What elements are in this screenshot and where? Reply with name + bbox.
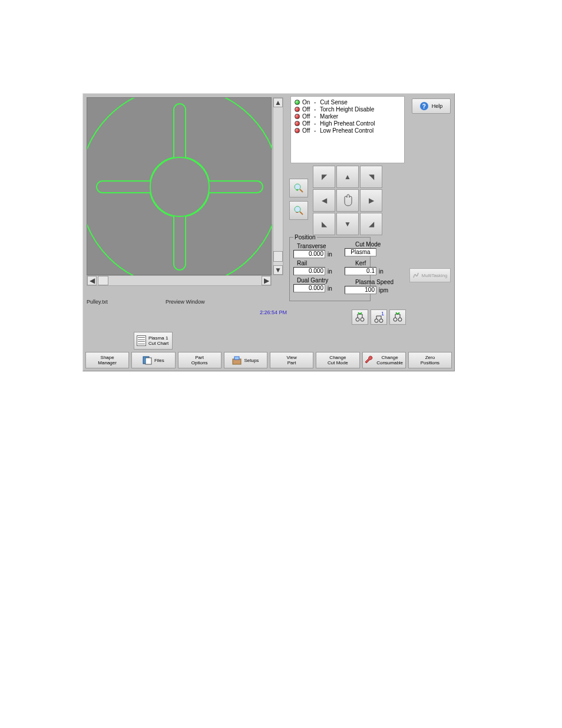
- svg-point-10: [375, 319, 378, 322]
- scroll-down-button[interactable]: ▼: [273, 265, 283, 275]
- torch-next-button[interactable]: [389, 309, 406, 325]
- jog-up-right-button[interactable]: ◥: [360, 166, 382, 188]
- scroll-right-button[interactable]: ▶: [262, 276, 271, 285]
- status-high-preheat: Off - High Preheat Control: [295, 120, 401, 127]
- part-preview-canvas[interactable]: [87, 97, 272, 275]
- status-state: Off: [302, 127, 310, 134]
- cut-settings-column: Cut Mode Plasma Kerf 0.1 in Plasma Speed…: [345, 241, 408, 298]
- view-part-button[interactable]: View Part: [270, 352, 313, 368]
- plasma-speed-label: Plasma Speed: [355, 279, 408, 285]
- unit-label: ipm: [379, 287, 388, 294]
- status-sep: -: [312, 106, 318, 113]
- hand-icon: [341, 194, 354, 207]
- preview-hscroll[interactable]: ◀ ▶: [87, 275, 272, 286]
- bottom-toolbar: Shape Manager Files Part Options Setups …: [85, 352, 452, 368]
- jog-down-right-button[interactable]: ◢: [360, 213, 382, 235]
- part-options-label: Part Options: [191, 355, 208, 365]
- status-label: Marker: [320, 113, 338, 120]
- part-shape: [87, 98, 272, 276]
- dual-gantry-input[interactable]: 0.000: [293, 284, 325, 292]
- change-consumable-button[interactable]: Change Consumable: [362, 352, 406, 368]
- part-options-button[interactable]: Part Options: [178, 352, 222, 368]
- cut-chart-label: Plasma 1 Cut Chart: [148, 335, 168, 346]
- view-part-label: View Part: [287, 355, 297, 365]
- svg-line-6: [300, 212, 303, 215]
- preview-window-label: Preview Window: [166, 299, 205, 305]
- led-red-icon: [295, 107, 300, 112]
- torch-station-row: 1: [352, 309, 406, 325]
- vscroll-thumb[interactable]: [273, 251, 283, 262]
- status-state: Off: [302, 106, 310, 113]
- plasma-cut-chart-button[interactable]: Plasma 1 Cut Chart: [134, 332, 173, 350]
- svg-rect-15: [146, 358, 151, 364]
- zero-positions-button[interactable]: Zero Positions: [408, 352, 452, 368]
- jog-up-left-button[interactable]: ◤: [313, 166, 335, 188]
- multitasking-button[interactable]: MultiTasking: [409, 268, 451, 282]
- led-red-icon: [295, 128, 300, 133]
- jog-up-button[interactable]: ▲: [336, 166, 359, 188]
- help-icon: ?: [420, 102, 428, 110]
- status-sep: -: [312, 113, 318, 120]
- change-cut-mode-button[interactable]: Change Cut Mode: [316, 352, 359, 368]
- scroll-left-button[interactable]: ◀: [87, 276, 97, 285]
- status-label: Torch Height Disable: [320, 106, 374, 113]
- torch-prev-button[interactable]: [352, 309, 368, 325]
- files-label: Files: [154, 358, 164, 363]
- files-button[interactable]: Files: [131, 352, 175, 368]
- io-status-panel: On - Cut Sense Off - Torch Height Disabl…: [290, 96, 405, 163]
- change-cut-mode-label: Change Cut Mode: [328, 355, 348, 365]
- status-state: On: [302, 99, 310, 106]
- status-torch-height-disable: Off - Torch Height Disable: [295, 106, 401, 113]
- setups-icon: [232, 355, 242, 365]
- jog-center-button[interactable]: [336, 189, 359, 212]
- hscroll-thumb[interactable]: [98, 276, 108, 285]
- zoom-in-button[interactable]: +: [289, 179, 308, 197]
- help-button[interactable]: ? Help: [412, 98, 451, 114]
- svg-rect-17: [234, 357, 239, 360]
- kerf-label: Kerf: [355, 260, 408, 266]
- status-state: Off: [302, 120, 310, 127]
- status-label: Low Preheat Control: [320, 127, 373, 134]
- cut-mode-select[interactable]: Plasma: [345, 248, 376, 256]
- magnifier-minus-icon: −: [294, 206, 303, 215]
- unit-label: in: [379, 268, 384, 275]
- torch-arrow-right-icon: [392, 312, 404, 322]
- status-sep: -: [312, 120, 318, 127]
- status-label: Cut Sense: [320, 99, 348, 106]
- wrench-icon: [365, 355, 374, 365]
- status-sep: -: [312, 99, 318, 106]
- zoom-controls: + −: [289, 179, 309, 220]
- jog-left-button[interactable]: ◀: [313, 189, 335, 212]
- shape-manager-button[interactable]: Shape Manager: [85, 352, 129, 368]
- preview-vscroll[interactable]: ▲ ▼: [273, 97, 283, 275]
- rail-input[interactable]: 0.000: [293, 267, 325, 275]
- led-green-icon: [295, 100, 300, 105]
- jog-pad: ◤ ▲ ◥ ◀ ▶ ◣ ▼ ◢: [313, 166, 384, 236]
- jog-down-button[interactable]: ▼: [336, 213, 359, 235]
- kerf-input[interactable]: 0.1: [345, 267, 376, 275]
- torch-count-label: 1: [381, 311, 384, 317]
- change-consumable-label: Change Consumable: [376, 355, 403, 365]
- jog-right-button[interactable]: ▶: [360, 189, 382, 212]
- status-sep: -: [312, 127, 318, 134]
- plasma-speed-input[interactable]: 100: [345, 286, 376, 294]
- setups-button[interactable]: Setups: [224, 352, 267, 368]
- clock: 2:26:54 PM: [260, 309, 287, 315]
- app-window: ▲ ▼ ◀ ▶ Pulley.txt Preview Window 2:26:5…: [82, 93, 455, 371]
- scroll-up-button[interactable]: ▲: [273, 98, 283, 107]
- svg-point-1: [150, 157, 209, 216]
- shape-manager-label: Shape Manager: [98, 355, 117, 365]
- help-label: Help: [432, 103, 443, 109]
- status-state: Off: [302, 113, 310, 120]
- jog-down-left-button[interactable]: ◣: [313, 213, 335, 235]
- unit-label: in: [328, 268, 332, 275]
- torch-count-button[interactable]: 1: [371, 309, 387, 325]
- zoom-out-button[interactable]: −: [289, 201, 308, 220]
- svg-text:−: −: [296, 210, 299, 215]
- svg-point-8: [356, 318, 359, 321]
- transverse-input[interactable]: 0.000: [293, 250, 325, 258]
- files-icon: [143, 355, 152, 365]
- svg-text:+: +: [296, 187, 299, 193]
- cut-mode-label: Cut Mode: [355, 241, 408, 248]
- cut-chart-icon: [137, 335, 146, 346]
